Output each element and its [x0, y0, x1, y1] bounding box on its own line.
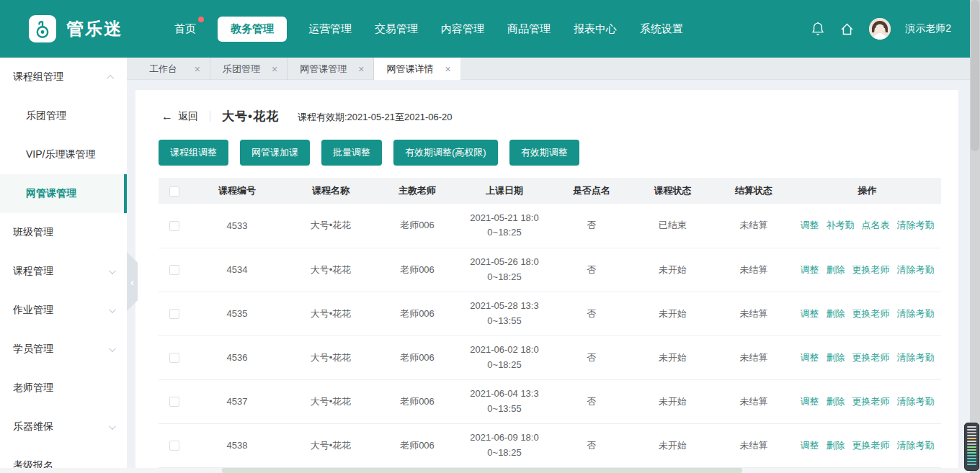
op-link-更换老师[interactable]: 更换老师 [852, 352, 890, 363]
op-link-更换老师[interactable]: 更换老师 [852, 264, 890, 275]
op-link-清除考勤[interactable]: 清除考勤 [897, 308, 935, 319]
date-line: 0~18:25 [457, 446, 552, 460]
notification-bell-icon[interactable] [811, 21, 825, 37]
op-link-清除考勤[interactable]: 清除考勤 [897, 264, 935, 275]
op-link-调整[interactable]: 调整 [801, 396, 819, 407]
cell-settlement: 未结算 [714, 335, 793, 379]
app-header: 管乐迷 首页教务管理运营管理交易管理内容管理商品管理报表中心系统设置 演示老师2 [0, 0, 970, 58]
action-button-批量调整[interactable]: 批量调整 [321, 140, 382, 166]
nav-item-系统设置[interactable]: 系统设置 [638, 17, 685, 42]
vertical-scrollbar-thumb[interactable] [971, 0, 979, 151]
op-link-调整[interactable]: 调整 [801, 440, 819, 451]
tab-close-icon[interactable]: × [272, 63, 277, 75]
select-all-checkbox[interactable] [169, 186, 179, 197]
row-checkbox[interactable] [169, 221, 179, 231]
tab-乐团管理[interactable]: 乐团管理× [210, 58, 288, 80]
course-table-wrap: 课程编号课程名称主教老师上课日期是否点名课程状态结算状态操作 4533大号•花花… [159, 178, 941, 468]
op-link-清除考勤[interactable]: 清除考勤 [897, 220, 935, 230]
sidebar-item-班级管理[interactable]: 班级管理 [0, 213, 127, 252]
content-card: ← 返回 大号•花花 课程有效期:2021-05-21至2021-06-20 课… [135, 90, 958, 468]
op-link-清除考勤[interactable]: 清除考勤 [897, 396, 935, 407]
nav-item-交易管理[interactable]: 交易管理 [373, 17, 419, 42]
sidebar-subitem-网管课管理[interactable]: 网管课管理 [0, 174, 127, 213]
horizontal-scrollbar-thumb[interactable] [222, 468, 742, 473]
nav-item-报表中心[interactable]: 报表中心 [572, 17, 618, 42]
app-logo[interactable]: 管乐迷 [29, 15, 122, 42]
row-checkbox[interactable] [169, 397, 179, 407]
horizontal-scrollbar[interactable] [0, 468, 970, 473]
nav-item-首页[interactable]: 首页 [173, 17, 197, 42]
op-link-更换老师[interactable]: 更换老师 [852, 308, 890, 319]
sidebar-item-乐器维保[interactable]: 乐器维保 [0, 407, 127, 446]
cell-status: 未开始 [631, 248, 714, 292]
date-line: 2021-06-02 18:0 [457, 343, 552, 357]
page-title: 大号•花花 [222, 108, 279, 125]
op-link-清除考勤[interactable]: 清除考勤 [897, 352, 935, 363]
action-buttons: 课程组调整网管课加课批量调整有效期调整(高权限)有效期调整 [135, 125, 958, 166]
sidebar-item-学员管理[interactable]: 学员管理 [0, 330, 127, 369]
minimap-stripe [967, 455, 976, 456]
user-name[interactable]: 演示老师2 [905, 22, 951, 35]
op-link-删除[interactable]: 删除 [827, 396, 845, 407]
nav-item-内容管理[interactable]: 内容管理 [440, 17, 486, 42]
date-line: 0~18:25 [457, 225, 552, 240]
op-link-点名表[interactable]: 点名表 [862, 220, 890, 230]
tab-工作台[interactable]: 工作台× [137, 58, 210, 80]
op-link-调整[interactable]: 调整 [801, 220, 819, 230]
browser-vertical-scrollbar[interactable] [970, 0, 980, 473]
cell-teacher: 老师006 [378, 248, 457, 292]
op-link-更换老师[interactable]: 更换老师 [852, 396, 890, 407]
sidebar-item-老师管理[interactable]: 老师管理 [0, 369, 127, 407]
row-checkbox[interactable] [169, 265, 179, 275]
nav-item-商品管理[interactable]: 商品管理 [506, 17, 552, 42]
avatar[interactable] [869, 18, 891, 40]
chevron-down-icon [109, 423, 116, 430]
nav-item-运营管理[interactable]: 运营管理 [307, 17, 353, 42]
tab-网管课管理[interactable]: 网管课管理× [288, 58, 374, 80]
column-header-结算状态: 结算状态 [714, 178, 793, 204]
table-header-row: 课程编号课程名称主教老师上课日期是否点名课程状态结算状态操作 [159, 178, 941, 204]
sidebar-item-课程组管理[interactable]: 课程组管理 [0, 58, 127, 96]
sidebar-subitem-乐团管理[interactable]: 乐团管理 [0, 96, 127, 135]
op-link-删除[interactable]: 删除 [827, 440, 845, 451]
op-link-调整[interactable]: 调整 [801, 308, 819, 319]
home-icon[interactable] [839, 22, 855, 37]
op-link-更换老师[interactable]: 更换老师 [852, 440, 890, 451]
sidebar-subitem-VIP/乐理课管理[interactable]: VIP/乐理课管理 [0, 135, 127, 174]
tab-网管课详情[interactable]: 网管课详情× [374, 58, 460, 80]
cell-rollcall: 否 [552, 379, 631, 423]
op-link-调整[interactable]: 调整 [801, 352, 819, 363]
minimap-stripe [967, 458, 976, 459]
row-checkbox[interactable] [169, 441, 179, 451]
cell-course-name: 大号•花花 [284, 423, 378, 467]
minimap-stripe [967, 461, 976, 462]
sidebar-item-课程管理[interactable]: 课程管理 [0, 252, 127, 291]
chevron-down-icon [109, 267, 116, 274]
op-link-删除[interactable]: 删除 [827, 308, 845, 319]
op-link-补考勤[interactable]: 补考勤 [827, 220, 855, 230]
cell-date: 2021-06-02 18:00~18:25 [457, 335, 552, 379]
row-checkbox[interactable] [169, 353, 179, 363]
op-link-删除[interactable]: 删除 [827, 352, 845, 363]
minimap-stripe [967, 435, 976, 436]
cell-date: 2021-05-21 18:00~18:25 [457, 204, 552, 248]
tab-close-icon[interactable]: × [195, 63, 200, 75]
nav-item-教务管理[interactable]: 教务管理 [218, 17, 287, 42]
action-button-有效期调整[interactable]: 有效期调整 [509, 140, 579, 166]
cell-operations: 调整删除更换老师清除考勤 [793, 335, 941, 379]
op-link-清除考勤[interactable]: 清除考勤 [897, 440, 935, 451]
action-button-课程组调整[interactable]: 课程组调整 [159, 140, 228, 166]
column-header-主教老师: 主教老师 [378, 178, 457, 204]
tab-close-icon[interactable]: × [358, 63, 364, 75]
action-button-网管课加课[interactable]: 网管课加课 [240, 140, 310, 166]
minimap-widget[interactable] [964, 423, 979, 471]
back-button[interactable]: ← 返回 [161, 110, 198, 123]
op-link-调整[interactable]: 调整 [801, 264, 819, 275]
op-link-删除[interactable]: 删除 [827, 264, 845, 275]
action-button-有效期调整(高权限)[interactable]: 有效期调整(高权限) [393, 140, 498, 166]
tab-close-icon[interactable]: × [445, 63, 450, 75]
table-row: 4536大号•花花老师0062021-06-02 18:00~18:25否未开始… [159, 335, 941, 379]
row-checkbox[interactable] [169, 309, 179, 319]
sidebar-item-label: 老师管理 [13, 382, 53, 395]
sidebar-item-作业管理[interactable]: 作业管理 [0, 291, 127, 330]
